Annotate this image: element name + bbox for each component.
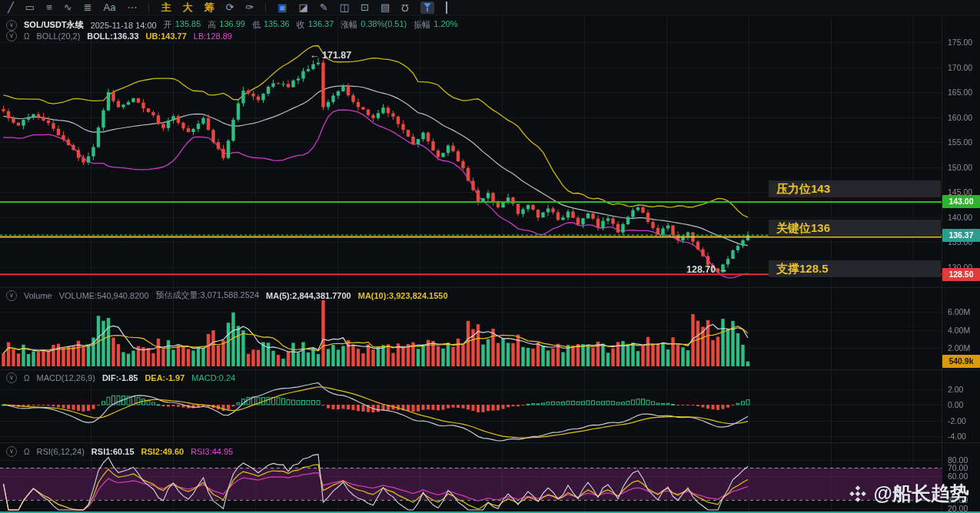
price-tick: 150.00 xyxy=(948,163,972,172)
eraser-icon[interactable]: ◪ xyxy=(299,1,308,15)
volume-ma5-value: MA(5):2,844,381.7700 xyxy=(266,291,351,300)
chart-canvas[interactable] xyxy=(0,0,980,513)
rsi-tick: 60.00 xyxy=(948,472,968,481)
boll-name[interactable]: BOLL(20,2) xyxy=(36,31,80,41)
macd-dif-value: DIF:-1.85 xyxy=(102,373,138,382)
bar-datetime: 2025-11-18 14:00 xyxy=(91,21,157,30)
alert-bell-icon[interactable]: Ω xyxy=(24,448,29,456)
collapse-chevron-icon[interactable]: ∨ xyxy=(6,446,17,457)
macd-tick: -2.00 xyxy=(948,416,966,425)
boll-mid-value: BOLL:136.33 xyxy=(87,31,138,41)
lock-drawings-icon[interactable]: ⊡ xyxy=(360,1,369,15)
brush-icon[interactable]: ✎ xyxy=(320,1,328,15)
macd-tick: 2.00 xyxy=(948,385,963,394)
pane-separator[interactable] xyxy=(0,287,980,288)
continuous-drawing-icon[interactable]: ✑ xyxy=(245,1,254,15)
rsi-legend: ∨ Ω RSI(6,12,24) RSI1:60.15 RSI2:49.60 R… xyxy=(6,446,233,457)
trading-chart-app: ╱▭≡∿≣Aa⋯主大筹⟳✑▣◪✎◫⊡▤Ω ∨ SOL/USDT永续 2025-1… xyxy=(0,0,980,513)
watermark-handle: @船长趋势 xyxy=(874,481,969,506)
fib-retracement-icon[interactable]: ≡ xyxy=(46,1,52,15)
text-tool-icon[interactable]: Aa xyxy=(104,1,116,15)
volume-tick: 2.00M xyxy=(948,343,970,352)
volume-tick: 6.00M xyxy=(948,307,970,316)
key-level-tag[interactable]: 关键位136 xyxy=(769,220,941,237)
toolbar-divider xyxy=(148,3,149,12)
macd-tick: 0.00 xyxy=(948,400,963,409)
drawing-toolbar: ╱▭≡∿≣Aa⋯主大筹⟳✑▣◪✎◫⊡▤Ω xyxy=(0,0,980,15)
toolbar-divider xyxy=(265,3,266,12)
parallel-channel-icon[interactable]: ≣ xyxy=(84,1,92,15)
pane-separator[interactable] xyxy=(0,442,980,443)
rsi2-value: RSI2:49.60 xyxy=(141,447,184,456)
price-tick: 175.00 xyxy=(948,38,972,47)
collapse-chevron-icon[interactable]: ∨ xyxy=(6,290,17,301)
measure-icon[interactable]: ◫ xyxy=(340,1,349,15)
price-tick: 160.00 xyxy=(948,113,972,122)
rsi1-value: RSI1:60.15 xyxy=(91,447,135,456)
resistance-level-tag[interactable]: 压力位143 xyxy=(769,180,941,197)
price-tick: 155.00 xyxy=(948,137,972,147)
open-label: 开 xyxy=(164,19,172,31)
volume-chip: 540.9k xyxy=(942,355,980,368)
macd-dea-value: DEA:-1.97 xyxy=(145,373,184,382)
boll-legend: ∨ Ω BOLL(20,2) BOLL:136.33 UB:143.77 LB:… xyxy=(6,31,232,41)
amplitude-label: 振幅 xyxy=(414,19,430,31)
trend-line-icon[interactable]: ╱ xyxy=(8,1,14,15)
symbol-pair[interactable]: SOL/USDT永续 xyxy=(24,19,84,31)
pane-separator[interactable] xyxy=(0,369,980,370)
collapse-chevron-icon[interactable]: ∨ xyxy=(6,20,17,31)
price-tick: 170.00 xyxy=(948,63,972,72)
volume-name[interactable]: Volume xyxy=(24,291,52,300)
binance-logo-icon xyxy=(848,484,868,504)
magnet-icon[interactable]: Ω xyxy=(401,1,409,15)
boll-lb-value: LB:128.89 xyxy=(194,31,232,41)
watermark: @船长趋势 xyxy=(848,481,969,506)
rectangle-tool-icon[interactable]: ▭ xyxy=(25,1,35,15)
large-view-button[interactable]: 大 xyxy=(182,1,192,15)
more-tools-icon[interactable]: ⋯ xyxy=(127,1,137,15)
estimated-volume-value: 预估成交量:3,071,588.2524 xyxy=(156,290,260,301)
price-tick: 140.00 xyxy=(948,213,972,222)
volume-tick: 4.00M xyxy=(948,326,970,335)
alert-bell-icon[interactable]: Ω xyxy=(24,32,29,41)
session-low-marker: 128.70 → xyxy=(686,264,728,275)
filter-icon[interactable] xyxy=(420,2,434,14)
high-value: 136.99 xyxy=(219,19,245,31)
main-chart-button[interactable]: 主 xyxy=(161,1,171,15)
symbol-legend: ∨ SOL/USDT永续 2025-11-18 14:00 开135.85 高1… xyxy=(6,19,457,31)
elliott-wave-icon[interactable]: ∿ xyxy=(64,1,72,15)
trash-icon[interactable] xyxy=(446,1,447,15)
close-label: 收 xyxy=(297,19,305,31)
macd-name[interactable]: MACD(12,26,9) xyxy=(36,373,95,382)
resistance-price-chip: 143.00 xyxy=(942,195,980,208)
axis-separator xyxy=(942,15,942,513)
support-price-chip: 128.50 xyxy=(942,268,980,281)
high-label: 高 xyxy=(208,19,216,31)
amplitude-value: 1.20% xyxy=(434,19,457,31)
sync-drawing-icon[interactable]: ⟳ xyxy=(225,1,234,15)
last-price-chip: 136.37 xyxy=(942,229,980,242)
rsi3-value: RSI3:44.95 xyxy=(191,447,233,456)
rsi-name[interactable]: RSI(6,12,24) xyxy=(36,447,84,456)
change-label: 涨幅 xyxy=(341,19,357,31)
volume-legend: ∨ Volume VOLUME:540,940.8200 预估成交量:3,071… xyxy=(6,290,448,301)
notes-icon[interactable]: ▤ xyxy=(380,1,390,15)
chips-button[interactable]: 筹 xyxy=(204,1,214,15)
alert-bell-icon[interactable]: Ω xyxy=(24,374,29,382)
collapse-chevron-icon[interactable]: ∨ xyxy=(6,31,17,41)
session-high-marker: ← 171.87 xyxy=(310,50,351,61)
low-value: 135.36 xyxy=(264,19,290,31)
volume-value: VOLUME:540,940.8200 xyxy=(59,291,149,300)
volume-ma10-value: MA(10):3,923,824.1550 xyxy=(358,291,448,300)
support-level-tag[interactable]: 支撑128.5 xyxy=(769,260,941,277)
macd-tick: -4.00 xyxy=(948,432,966,441)
macd-legend: ∨ Ω MACD(12,26,9) DIF:-1.85 DEA:-1.97 MA… xyxy=(6,372,235,383)
collapse-chevron-icon[interactable]: ∨ xyxy=(6,372,17,383)
close-value: 136.37 xyxy=(308,19,334,31)
clone-drawing-icon[interactable]: ▣ xyxy=(277,1,287,15)
macd-hist-value: MACD:0.24 xyxy=(191,373,235,382)
open-value: 135.85 xyxy=(175,19,201,31)
change-value: 0.38%(0.51) xyxy=(360,19,407,31)
price-tick: 165.00 xyxy=(948,88,972,97)
low-label: 低 xyxy=(252,19,261,31)
